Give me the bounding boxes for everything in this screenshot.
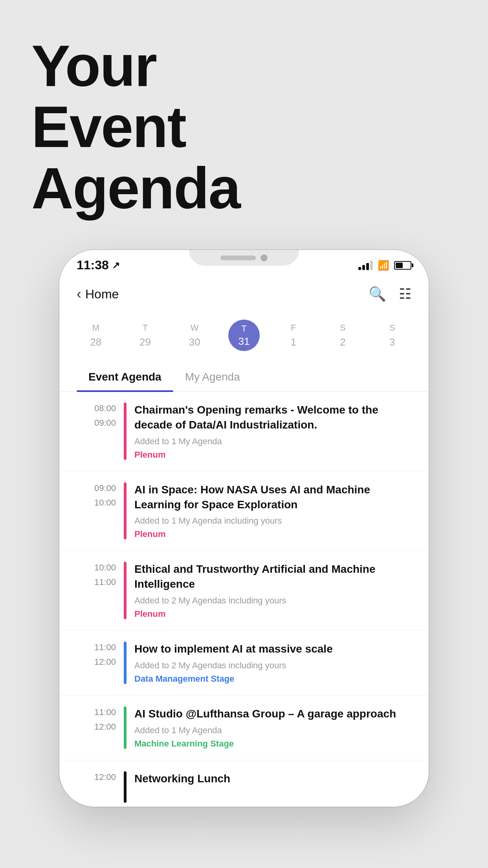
filter-icon[interactable]: ☷	[399, 286, 411, 302]
date-item-28[interactable]: M 28	[76, 323, 116, 348]
agenda-stage: Plenum	[134, 609, 411, 619]
color-bar	[124, 403, 127, 460]
back-chevron-icon: ‹	[77, 286, 81, 302]
back-label: Home	[85, 287, 119, 302]
date-item-1[interactable]: F 1	[274, 323, 313, 348]
agenda-added: Added to 1 My Agenda	[134, 725, 411, 736]
notch	[189, 250, 299, 266]
nav-actions: 🔍 ☷	[369, 286, 411, 302]
location-icon: ↗	[112, 260, 120, 271]
color-bar	[124, 771, 127, 803]
agenda-item-3[interactable]: 11:00 12:00 How to implement AI at massi…	[59, 631, 429, 695]
signal-bar-2	[362, 265, 365, 270]
agenda-content: Chairman's Opening remarks - Welcome to …	[134, 403, 411, 460]
agenda-content: AI Studio @Lufthansa Group – A garage ap…	[134, 706, 411, 749]
time-start: 11:00	[94, 642, 116, 654]
date-item-31[interactable]: T 31	[224, 320, 264, 351]
time-block: 12:00	[77, 771, 116, 786]
agenda-added: Added to 2 My Agendas including yours	[134, 660, 411, 671]
time-block: 11:00 12:00	[77, 642, 116, 668]
agenda-stage: Data Management Stage	[134, 674, 411, 684]
time-block: 11:00 12:00	[77, 706, 116, 733]
agenda-content: Ethical and Trustworthy Artificial and M…	[134, 562, 411, 619]
time-end: 12:00	[94, 656, 116, 668]
time-end: 12:00	[94, 721, 116, 733]
time-end: 10:00	[94, 497, 116, 509]
status-bar: 11:38 ↗ 📶	[59, 250, 429, 276]
battery-fill	[396, 263, 403, 268]
time-start: 12:00	[94, 771, 116, 783]
agenda-item-4[interactable]: 11:00 12:00 AI Studio @Lufthansa Group –…	[59, 695, 429, 760]
hero-title: Your Event Agenda	[31, 35, 457, 219]
date-item-29[interactable]: T 29	[126, 323, 165, 348]
time-block: 10:00 11:00	[77, 562, 116, 588]
color-bar	[124, 706, 127, 749]
active-date-circle: T 31	[228, 320, 260, 351]
status-icons: 📶	[358, 260, 411, 271]
agenda-item-2[interactable]: 10:00 11:00 Ethical and Trustworthy Arti…	[59, 551, 429, 631]
camera	[261, 254, 268, 261]
time-start: 10:00	[94, 562, 116, 574]
agenda-stage: Plenum	[134, 450, 411, 460]
tab-event-agenda[interactable]: Event Agenda	[77, 363, 173, 391]
time-start: 11:00	[94, 706, 116, 719]
agenda-tabs: Event AgendaMy Agenda	[59, 363, 429, 392]
phone-frame: 11:38 ↗ 📶 ‹ Home	[59, 250, 429, 806]
agenda-title: Chairman's Opening remarks - Welcome to …	[134, 403, 411, 432]
agenda-added: Added to 2 My Agendas including yours	[134, 596, 411, 606]
signal-bar-4	[370, 261, 373, 270]
agenda-title: AI Studio @Lufthansa Group – A garage ap…	[134, 706, 411, 721]
time-end: 11:00	[94, 576, 116, 588]
agenda-item-1[interactable]: 09:00 10:00 AI in Space: How NASA Uses A…	[59, 471, 429, 551]
time-block: 08:00 09:00	[77, 403, 116, 429]
color-bar	[124, 562, 127, 619]
agenda-added: Added to 1 My Agenda including yours	[134, 516, 411, 526]
speaker	[220, 256, 256, 260]
date-item-30[interactable]: W 30	[175, 323, 214, 348]
status-time: 11:38 ↗	[77, 258, 120, 272]
agenda-item-5[interactable]: 12:00 Networking Lunch	[59, 760, 429, 807]
agenda-content: How to implement AI at massive scale Add…	[134, 642, 411, 684]
color-bar	[124, 642, 127, 684]
agenda-title: AI in Space: How NASA Uses AI and Machin…	[134, 482, 411, 512]
time-end: 09:00	[94, 417, 116, 429]
signal-bar-1	[358, 267, 361, 270]
tab-my-agenda[interactable]: My Agenda	[173, 363, 252, 391]
signal-icon	[358, 261, 373, 270]
nav-bar: ‹ Home 🔍 ☷	[59, 276, 429, 312]
agenda-content: Networking Lunch	[134, 771, 411, 790]
battery-icon	[394, 261, 411, 270]
agenda-added: Added to 1 My Agenda	[134, 436, 411, 447]
agenda-item-0[interactable]: 08:00 09:00 Chairman's Opening remarks -…	[59, 392, 429, 471]
date-strip: M 28T 29W 30 T 31 F 1S 2S 3	[59, 312, 429, 359]
agenda-list: 08:00 09:00 Chairman's Opening remarks -…	[59, 392, 429, 806]
signal-bar-3	[366, 263, 369, 270]
agenda-title: How to implement AI at massive scale	[134, 642, 411, 657]
color-bar	[124, 482, 127, 540]
agenda-content: AI in Space: How NASA Uses AI and Machin…	[134, 482, 411, 540]
date-item-3[interactable]: S 3	[372, 323, 412, 348]
back-button[interactable]: ‹ Home	[77, 286, 119, 302]
agenda-title: Networking Lunch	[134, 771, 411, 786]
date-item-2[interactable]: S 2	[323, 323, 362, 348]
time-block: 09:00 10:00	[77, 482, 116, 509]
phone-mockup: 11:38 ↗ 📶 ‹ Home	[0, 250, 488, 806]
wifi-icon: 📶	[378, 260, 389, 271]
agenda-stage: Machine Learning Stage	[134, 739, 411, 749]
hero-section: Your Event Agenda	[0, 0, 488, 242]
agenda-title: Ethical and Trustworthy Artificial and M…	[134, 562, 411, 592]
search-icon[interactable]: 🔍	[369, 286, 386, 302]
agenda-stage: Plenum	[134, 529, 411, 539]
time-start: 08:00	[94, 403, 116, 415]
time-start: 09:00	[94, 482, 116, 495]
